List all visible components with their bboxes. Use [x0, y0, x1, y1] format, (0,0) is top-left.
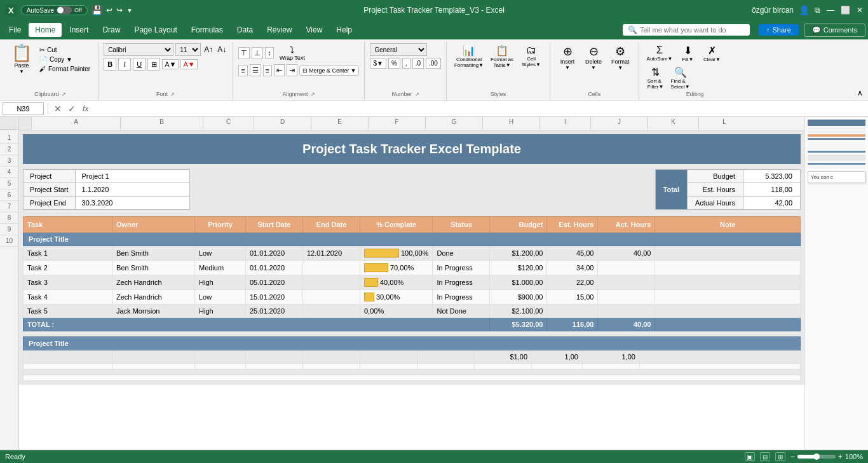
task5-start[interactable]: 25.01.2020: [246, 305, 303, 318]
page-break-view-button[interactable]: ⊞: [775, 452, 785, 459]
task5-owner[interactable]: Jack Morrsion: [112, 305, 195, 318]
task2-budget[interactable]: $120,00: [490, 261, 547, 275]
task5-note[interactable]: [655, 305, 801, 318]
menu-data[interactable]: Data: [231, 23, 259, 37]
s2-r1-owner[interactable]: [112, 350, 195, 364]
font-name-select[interactable]: Calibri: [104, 43, 173, 56]
task4-name[interactable]: Task 4: [24, 290, 112, 305]
task5-complete[interactable]: 0,00%: [360, 305, 433, 318]
sort-filter-button[interactable]: ⇅ Sort &Filter▼: [644, 65, 667, 91]
page-layout-view-button[interactable]: ⊟: [760, 452, 770, 459]
s2-r2-start[interactable]: [246, 364, 303, 370]
task1-est-hours[interactable]: 45,00: [547, 246, 598, 261]
s2-r2-task[interactable]: [24, 364, 112, 370]
spreadsheet-content[interactable]: A B C D E F G H I J K L Project Task Tra…: [19, 117, 804, 450]
format-button[interactable]: ⚙ Format ▼: [607, 43, 634, 72]
italic-button[interactable]: I: [118, 58, 131, 71]
zoom-out-button[interactable]: −: [790, 452, 795, 459]
menu-draw[interactable]: Draw: [96, 23, 126, 37]
find-select-button[interactable]: 🔍 Find &Select▼: [668, 65, 693, 91]
bold-button[interactable]: B: [104, 58, 116, 71]
section2-row-2[interactable]: [24, 364, 801, 370]
restore-icon[interactable]: ⧉: [815, 6, 820, 15]
project-start-value[interactable]: 1.1.2020: [75, 183, 189, 197]
menu-file[interactable]: File: [3, 23, 27, 37]
zoom-in-button[interactable]: +: [838, 452, 843, 459]
task3-complete[interactable]: 40,00%: [360, 275, 433, 290]
task1-budget[interactable]: $1.200,00: [490, 246, 547, 261]
s2-r1-act[interactable]: 1,00: [583, 350, 640, 364]
task-row-3[interactable]: Task 3 Zech Handrich High 05.01.2020 40,…: [24, 275, 801, 290]
section2-row-4[interactable]: [24, 375, 801, 381]
autosum-button[interactable]: Σ AutoSum▼: [644, 43, 675, 63]
task2-note[interactable]: [655, 261, 801, 275]
search-box[interactable]: 🔍: [623, 24, 750, 36]
task4-note[interactable]: [655, 290, 801, 305]
formula-input[interactable]: [93, 105, 865, 113]
format-as-table-button[interactable]: 📋 Format asTable▼: [488, 43, 516, 69]
align-top-icon[interactable]: ⊤: [238, 47, 250, 59]
task2-priority[interactable]: Medium: [195, 261, 246, 275]
s2-r3[interactable]: [24, 370, 801, 375]
task5-name[interactable]: Task 5: [24, 305, 112, 318]
minimize-icon[interactable]: —: [827, 6, 834, 15]
clipboard-expand[interactable]: ↗: [62, 92, 66, 97]
task3-budget[interactable]: $1.000,00: [490, 275, 547, 290]
s2-r1-priority[interactable]: [195, 350, 246, 364]
border-button[interactable]: ⊞: [147, 58, 160, 71]
normal-view-button[interactable]: ▣: [745, 452, 755, 459]
increase-indent-icon[interactable]: ⇥: [287, 64, 297, 76]
task3-est-hours[interactable]: 22,00: [547, 275, 598, 290]
project-value[interactable]: Project 1: [75, 170, 189, 183]
format-dropdown[interactable]: ▼: [618, 65, 623, 71]
task1-status[interactable]: Done: [433, 246, 490, 261]
s2-r2-budget[interactable]: [475, 364, 532, 370]
task4-complete[interactable]: 30,00%: [360, 290, 433, 305]
currency-icon[interactable]: $▼: [370, 58, 386, 69]
task-row-4[interactable]: Task 4 Zech Handrich Low 15.01.2020 30,0…: [24, 290, 801, 305]
delete-dropdown[interactable]: ▼: [591, 65, 596, 71]
conditional-formatting-button[interactable]: 📊 ConditionalFormatting▼: [452, 43, 486, 69]
insert-dropdown[interactable]: ▼: [565, 65, 570, 71]
align-bottom-icon[interactable]: ↕: [265, 47, 274, 59]
s2-r1-note[interactable]: [640, 350, 801, 364]
share-button[interactable]: ↑ Share: [759, 24, 799, 36]
s2-r1-end[interactable]: [303, 350, 360, 364]
menu-page-layout[interactable]: Page Layout: [128, 23, 183, 37]
task4-priority[interactable]: Low: [195, 290, 246, 305]
number-expand[interactable]: ↗: [415, 92, 419, 97]
menu-view[interactable]: View: [300, 23, 329, 37]
task4-owner[interactable]: Zech Handrich: [112, 290, 195, 305]
task5-status[interactable]: Not Done: [433, 305, 490, 318]
copy-button[interactable]: 📄 Copy ▼: [37, 55, 93, 64]
s2-r1-complete[interactable]: [360, 350, 417, 364]
task3-name[interactable]: Task 3: [24, 275, 112, 290]
s2-r2-end[interactable]: [303, 364, 360, 370]
s2-r4[interactable]: [24, 375, 801, 381]
maximize-icon[interactable]: ⬜: [841, 6, 850, 15]
task1-complete[interactable]: 100,00%: [360, 246, 433, 261]
paste-button[interactable]: 📋 Paste ▼: [8, 43, 36, 76]
fill-button[interactable]: ⬇ Fill▼: [676, 43, 699, 64]
project-end-value[interactable]: 30.3.2020: [75, 197, 189, 210]
task1-note[interactable]: [655, 246, 801, 261]
decrease-decimal-icon[interactable]: .0: [412, 58, 424, 69]
font-color-button[interactable]: A▼: [180, 59, 197, 69]
increase-decimal-icon[interactable]: .00: [426, 58, 441, 69]
cell-reference[interactable]: [3, 102, 44, 115]
format-painter-button[interactable]: 🖌 Format Painter: [37, 65, 93, 73]
s2-r2-est[interactable]: [532, 364, 583, 370]
zoom-level[interactable]: 100%: [845, 453, 863, 459]
window-controls[interactable]: ⧉ — ⬜ ✕: [815, 6, 863, 15]
task2-complete[interactable]: 70,00%: [360, 261, 433, 275]
align-left-icon[interactable]: ≡: [238, 65, 247, 76]
task-row-2[interactable]: Task 2 Ben Smith Medium 01.01.2020 70,00…: [24, 261, 801, 275]
alignment-expand[interactable]: ↗: [311, 92, 315, 97]
paste-dropdown[interactable]: ▼: [19, 69, 24, 74]
task2-end[interactable]: [303, 261, 360, 275]
task4-act-hours[interactable]: [598, 290, 655, 305]
task1-name[interactable]: Task 1: [24, 246, 112, 261]
task4-est-hours[interactable]: 15,00: [547, 290, 598, 305]
menu-formulas[interactable]: Formulas: [185, 23, 229, 37]
cancel-formula-icon[interactable]: ✕: [52, 104, 64, 114]
